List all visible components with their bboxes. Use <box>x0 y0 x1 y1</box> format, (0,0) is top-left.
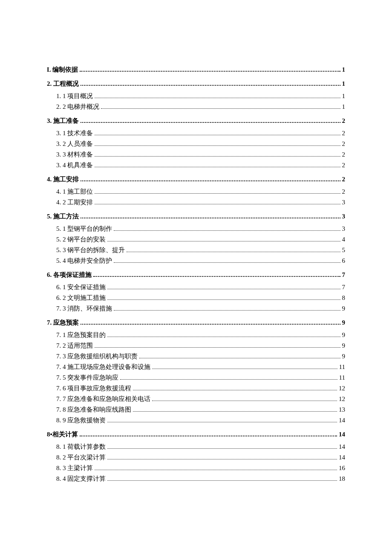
toc-entry-level2[interactable]: 5. 2 钢平台的安装4 <box>47 235 345 244</box>
toc-entry-level2[interactable]: 2. 2 电梯井概况1 <box>47 103 345 111</box>
toc-entry-level2[interactable]: 3. 2 人员准备2 <box>47 140 345 148</box>
toc-entry-level2[interactable]: 8. 3 主梁计算16 <box>47 464 345 472</box>
toc-leader-dots <box>93 276 340 277</box>
toc-leader-dots <box>95 145 340 146</box>
toc-leader-dots <box>107 459 337 459</box>
toc-entry-label: 7. 1 应急预案目的 <box>56 331 106 339</box>
toc-leader-dots <box>95 98 340 98</box>
toc-entry-label: 8. 4 固定支撑计算 <box>56 475 106 483</box>
toc-leader-dots <box>114 230 340 231</box>
toc-entry-level2[interactable]: 3. 1 技术准备2 <box>47 129 345 137</box>
toc-leader-dots <box>95 167 340 167</box>
toc-section: 3. 施工准备23. 1 技术准备23. 2 人员准备23. 3 材料准备23.… <box>47 117 345 169</box>
toc-entry-label: L 编制依据 <box>47 66 78 74</box>
toc-entry-page: 5 <box>342 247 346 254</box>
toc-entry-level2[interactable]: 3. 4 机具准备2 <box>47 161 345 169</box>
toc-entry-level1[interactable]: 5. 施工方法3 <box>47 212 345 221</box>
toc-leader-dots <box>107 337 340 337</box>
toc-entry-page: 3 <box>342 213 346 220</box>
toc-entry-page: 2 <box>342 130 346 137</box>
toc-entry-level2[interactable]: 8. 9 应急救援物资14 <box>47 416 345 424</box>
toc-entry-level2[interactable]: 7. 7 应急准备和应急响应相关电话12 <box>47 395 345 403</box>
toc-leader-dots <box>152 369 337 369</box>
toc-entry-label: 8. 2 平台次梁计算 <box>56 453 106 462</box>
toc-entry-level2[interactable]: 8. 4 固定支撑计算18 <box>47 475 345 483</box>
table-of-contents: L 编制依据12. 工程概况11. 1 项目概况12. 2 电梯井概况13. 施… <box>47 66 345 483</box>
toc-leader-dots <box>120 379 337 380</box>
toc-entry-level2[interactable]: 5. 1 型钢平台的制作3 <box>47 225 345 233</box>
toc-leader-dots <box>114 310 340 311</box>
toc-entry-level1[interactable]: L 编制依据1 <box>47 66 345 74</box>
toc-entry-label: 7. 3 应急救援组织机构与职责 <box>56 352 138 360</box>
toc-leader-dots <box>95 204 340 204</box>
toc-entry-level1[interactable]: 8•相关计算14 <box>47 430 345 439</box>
toc-entry-label: 6. 1 安全保证措施 <box>56 283 106 291</box>
toc-section: 4. 施工安排24. 1 施工部位24. 2 工期安排3 <box>47 175 345 206</box>
toc-leader-dots <box>80 71 340 72</box>
toc-entry-page: 12 <box>339 395 345 403</box>
toc-entry-label: 8. 1 荷载计算参数 <box>56 443 106 451</box>
toc-entry-level2[interactable]: 1. 1 项目概况1 <box>47 92 345 100</box>
toc-entry-label: 1. 1 项目概况 <box>56 92 93 100</box>
toc-section: 2. 工程概况11. 1 项目概况12. 2 电梯井概况1 <box>47 80 345 111</box>
toc-entry-level2[interactable]: 6. 1 安全保证措施7 <box>47 283 345 291</box>
toc-entry-page: 14 <box>339 454 345 461</box>
toc-entry-page: 3 <box>342 225 346 232</box>
toc-entry-level2[interactable]: 7. 3 消防、环保措施9 <box>47 305 345 313</box>
toc-entry-level2[interactable]: 7. 6 项目事故应急救援流程12 <box>47 384 345 392</box>
toc-entry-level2[interactable]: 7. 4 施工现场应急处理设备和设施11 <box>47 363 345 371</box>
toc-entry-level1[interactable]: 2. 工程概况1 <box>47 80 345 88</box>
toc-entry-page: 9 <box>342 353 346 360</box>
toc-entry-level2[interactable]: 7. 3 应急救援组织机构与职责9 <box>47 352 345 360</box>
toc-entry-label: 3. 2 人员准备 <box>56 140 93 148</box>
page: L 编制依据12. 工程概况11. 1 项目概况12. 2 电梯井概况13. 施… <box>0 0 392 555</box>
toc-leader-dots <box>81 324 340 325</box>
toc-entry-page: 7 <box>342 284 346 291</box>
toc-entry-label: 8. 9 应急救援物资 <box>56 416 106 424</box>
toc-entry-level1[interactable]: 6. 各项保证措施7 <box>47 271 345 279</box>
toc-entry-label: 5. 施工方法 <box>47 212 79 221</box>
toc-entry-page: 1 <box>342 66 346 73</box>
toc-entry-level1[interactable]: 4. 施工安排2 <box>47 175 345 183</box>
toc-entry-level2[interactable]: 4. 2 工期安排3 <box>47 198 345 206</box>
toc-entry-page: 14 <box>339 431 345 438</box>
toc-leader-dots <box>107 480 337 481</box>
toc-leader-dots <box>95 347 340 348</box>
toc-leader-dots <box>95 193 340 194</box>
toc-entry-page: 9 <box>342 319 346 326</box>
toc-leader-dots <box>114 262 340 263</box>
toc-entry-page: 11 <box>339 363 345 371</box>
toc-entry-level1[interactable]: 7. 应急预案9 <box>47 319 345 327</box>
toc-entry-level2[interactable]: 7. 2 适用范围9 <box>47 342 345 350</box>
toc-leader-dots <box>107 241 340 241</box>
toc-entry-page: 4 <box>342 236 346 243</box>
toc-leader-dots <box>95 156 340 157</box>
toc-entry-level2[interactable]: 8. 1 荷载计算参数14 <box>47 443 345 451</box>
toc-leader-dots <box>107 448 337 449</box>
toc-section: 8•相关计算148. 1 荷载计算参数148. 2 平台次梁计算148. 3 主… <box>47 430 345 483</box>
toc-entry-level2[interactable]: 7. 8 应急准备和响应线路图13 <box>47 406 345 414</box>
toc-entry-level2[interactable]: 8. 2 平台次梁计算14 <box>47 453 345 462</box>
toc-entry-label: 8. 3 主梁计算 <box>56 464 93 472</box>
toc-entry-page: 16 <box>339 465 345 472</box>
toc-entry-label: 4. 施工安排 <box>47 175 79 183</box>
toc-entry-level2[interactable]: 3. 3 材料准备2 <box>47 151 345 159</box>
toc-entry-label: 3. 4 机具准备 <box>56 161 93 169</box>
toc-entry-level2[interactable]: 7. 5 突发事件应急响应11 <box>47 374 345 382</box>
toc-entry-page: 18 <box>339 475 345 482</box>
toc-entry-label: 7. 4 施工现场应急处理设备和设施 <box>56 363 150 371</box>
toc-entry-level2[interactable]: 6. 2 文明施工措施8 <box>47 294 345 302</box>
toc-entry-level1[interactable]: 3. 施工准备2 <box>47 117 345 125</box>
toc-entry-level2[interactable]: 4. 1 施工部位2 <box>47 188 345 196</box>
toc-entry-label: 3. 3 材料准备 <box>56 151 93 159</box>
toc-leader-dots <box>133 411 337 412</box>
toc-entry-level2[interactable]: 7. 1 应急预案目的9 <box>47 331 345 339</box>
toc-entry-level2[interactable]: 5. 3 钢平台的拆除、提升5 <box>47 246 345 254</box>
toc-section: L 编制依据1 <box>47 66 345 74</box>
toc-entry-label: 6. 各项保证措施 <box>47 271 92 279</box>
toc-leader-dots <box>81 218 340 218</box>
toc-entry-page: 9 <box>342 331 346 339</box>
toc-entry-level2[interactable]: 5. 4 电梯井安全防护6 <box>47 257 345 265</box>
toc-leader-dots <box>127 252 340 252</box>
toc-entry-label: 7. 2 适用范围 <box>56 342 93 350</box>
